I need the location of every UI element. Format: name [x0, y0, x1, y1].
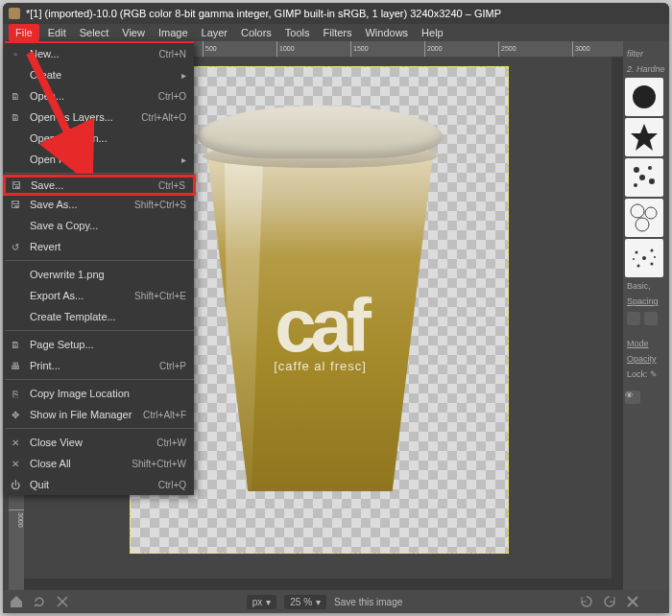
svg-point-3: [648, 166, 652, 170]
svg-point-0: [633, 85, 656, 108]
menu-filters[interactable]: Filters: [319, 26, 357, 39]
menuitem-open-recent[interactable]: Open Recent▸: [5, 149, 194, 170]
menuitem-icon: 🗎: [9, 112, 22, 123]
menuitem-save-a-copy[interactable]: Save a Copy...: [5, 215, 194, 236]
unit-selector[interactable]: px▾: [247, 595, 277, 609]
menuitem-revert[interactable]: ↺Revert: [5, 236, 194, 257]
brush-preview-1[interactable]: [625, 78, 663, 116]
menuitem-icon: ⎘: [9, 389, 22, 399]
svg-point-8: [645, 207, 657, 219]
brush-preview-2[interactable]: [625, 118, 663, 156]
menu-windows[interactable]: Windows: [360, 26, 413, 39]
crossbones-icon[interactable]: [625, 594, 640, 609]
spacing-label[interactable]: Spacing: [625, 295, 667, 308]
menuitem-close-all[interactable]: ✕Close AllShift+Ctrl+W: [5, 453, 194, 474]
file-menu-dropdown: ▫New...Ctrl+NCreate▸🗎Open...Ctrl+O🗎Open …: [5, 41, 194, 495]
basic-label: Basic,: [625, 279, 667, 293]
menuitem-shortcut: ▸: [181, 70, 186, 81]
brush-preview-4[interactable]: [625, 199, 663, 237]
mode-label[interactable]: Mode: [625, 337, 667, 350]
menu-view[interactable]: View: [117, 26, 150, 39]
menuitem-label: New...: [30, 48, 151, 59]
rotate-right-icon[interactable]: [602, 594, 617, 609]
svg-point-13: [637, 265, 640, 268]
menuitem-label: Quit: [30, 479, 151, 490]
rotate-left-icon[interactable]: [579, 594, 594, 609]
lock-icon[interactable]: ✎: [650, 369, 658, 379]
svg-point-9: [636, 218, 649, 231]
menuitem-shortcut: ▸: [181, 154, 186, 165]
menu-layer[interactable]: Layer: [197, 26, 233, 39]
right-dock: filter 2. Hardne Basic, Spacing Mode Opa…: [623, 41, 669, 590]
menuitem-open[interactable]: 🗎Open...Ctrl+O: [5, 85, 194, 107]
filter-label: filter: [625, 47, 667, 60]
hardness-label: 2. Hardne: [625, 62, 667, 76]
visibility-eye-icon[interactable]: 👁: [625, 391, 640, 404]
svg-point-12: [651, 249, 654, 252]
menuitem-icon: ✕: [9, 459, 22, 469]
menuitem-shortcut: Ctrl+Q: [158, 480, 186, 490]
menuitem-export-as[interactable]: Export As...Shift+Ctrl+E: [5, 285, 194, 306]
menu-tools[interactable]: Tools: [280, 26, 315, 39]
menuitem-show-in-file-manager[interactable]: ✥Show in File ManagerCtrl+Alt+F: [5, 404, 194, 425]
menuitem-close-view[interactable]: ✕Close ViewCtrl+W: [5, 432, 194, 453]
menu-colors[interactable]: Colors: [236, 26, 276, 39]
menuitem-label: Open Recent: [30, 154, 174, 165]
menuitem-save-as[interactable]: 🖫Save As...Shift+Ctrl+S: [5, 194, 194, 215]
menubar: FileEditSelectViewImageLayerColorsToolsF…: [3, 24, 669, 41]
menuitem-page-setup[interactable]: 🗎Page Setup...: [5, 334, 194, 355]
svg-point-2: [634, 167, 639, 173]
ruler-tick: 500: [203, 41, 217, 57]
panel-icon[interactable]: [644, 312, 658, 325]
svg-point-10: [642, 256, 646, 260]
menuitem-create[interactable]: Create▸: [5, 64, 194, 85]
menuitem-label: Print...: [30, 360, 152, 371]
dropdown-icon: ▾: [266, 597, 271, 607]
menuitem-open-location[interactable]: Open Location...: [5, 128, 194, 149]
menuitem-overwrite-1-png[interactable]: Overwrite 1.png: [5, 264, 194, 285]
delete-icon[interactable]: [55, 594, 70, 609]
menuitem-shortcut: Ctrl+O: [158, 91, 186, 102]
svg-point-16: [654, 256, 656, 258]
panel-icon[interactable]: [627, 312, 640, 325]
app-icon: [9, 8, 20, 19]
menuitem-open-as-layers[interactable]: 🗎Open as Layers...Ctrl+Alt+O: [5, 107, 194, 128]
menu-select[interactable]: Select: [75, 26, 114, 39]
menuitem-shortcut: Ctrl+Alt+O: [141, 112, 186, 123]
menu-help[interactable]: Help: [417, 26, 448, 39]
svg-point-7: [631, 204, 644, 218]
menuitem-icon: ✥: [9, 410, 22, 420]
brush-preview-3[interactable]: [625, 158, 663, 197]
ruler-tick: 1500: [350, 41, 369, 57]
menuitem-icon: 🗎: [9, 91, 22, 102]
menuitem-new[interactable]: ▫New...Ctrl+N: [5, 43, 194, 64]
menuitem-shortcut: Shift+Ctrl+W: [132, 459, 186, 469]
undo-icon[interactable]: [32, 594, 47, 609]
zoom-selector[interactable]: 25 %▾: [284, 595, 326, 609]
ruler-tick: 3000: [572, 41, 590, 57]
menuitem-save[interactable]: 🖫Save...Ctrl+S: [3, 175, 196, 196]
lock-label: Lock:: [627, 369, 648, 379]
menu-file[interactable]: File: [9, 24, 39, 41]
svg-marker-1: [631, 124, 658, 151]
brush-preview-5[interactable]: [625, 239, 663, 277]
scrollbar-vertical[interactable]: [612, 57, 623, 579]
opacity-label[interactable]: Opacity: [625, 352, 667, 366]
svg-point-4: [639, 175, 645, 180]
menuitem-copy-image-location[interactable]: ⎘Copy Image Location: [5, 383, 194, 404]
home-icon[interactable]: [9, 594, 24, 609]
ruler-tick: 2500: [498, 41, 516, 57]
scrollbar-horizontal[interactable]: [24, 579, 612, 590]
menuitem-label: Copy Image Location: [30, 388, 179, 399]
menu-edit[interactable]: Edit: [43, 26, 71, 39]
menuitem-quit[interactable]: ⏻QuitCtrl+Q: [5, 474, 194, 495]
menu-image[interactable]: Image: [154, 26, 193, 39]
menuitem-create-template[interactable]: Create Template...: [5, 306, 194, 327]
navigate-icon[interactable]: [648, 594, 663, 609]
menuitem-shortcut: Ctrl+P: [159, 361, 186, 371]
cup-logo-main: caf: [244, 295, 397, 354]
menuitem-label: Close View: [30, 437, 149, 448]
menuitem-label: Save...: [31, 179, 151, 191]
menuitem-print[interactable]: 🖶Print...Ctrl+P: [5, 355, 194, 376]
menu-separator: [5, 379, 194, 380]
